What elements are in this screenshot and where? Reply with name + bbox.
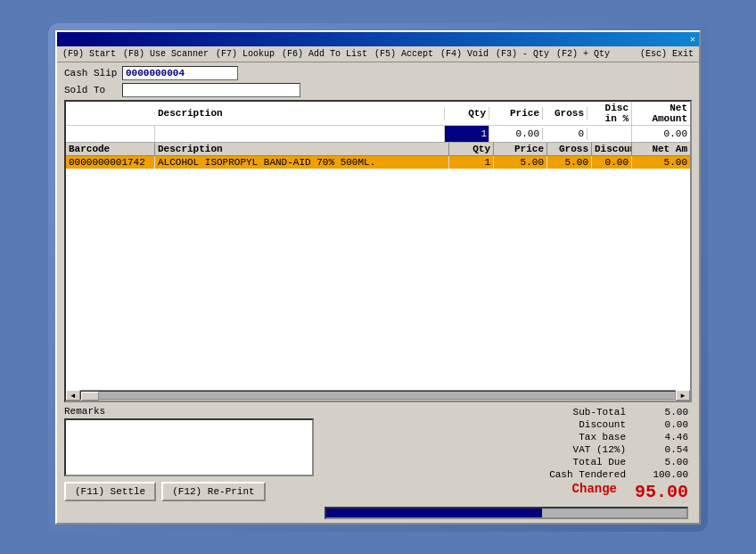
description-label: Description <box>155 107 444 120</box>
table-body: 0000000001742 ALCOHOL ISOPROPYL BAND-AID… <box>66 156 690 390</box>
action-buttons: (F11) Settle (F12) Re-Print <box>64 482 314 501</box>
close-button[interactable]: ✕ <box>690 34 695 45</box>
gross-input-display: 0 <box>543 128 587 140</box>
discount-label: Discount <box>325 419 626 430</box>
remarks-section: Remarks (F11) Settle (F12) Re-Print <box>64 406 314 519</box>
totals-section: Sub-Total 5.00 Discount 0.00 Tax base 4.… <box>321 406 692 519</box>
cash-slip-label: Cash Slip <box>64 68 122 79</box>
scroll-thumb[interactable] <box>81 392 99 401</box>
sold-to-label: Sold To <box>64 85 122 95</box>
menu-f6-addtolist[interactable]: (F6) Add To List <box>282 49 367 59</box>
menu-f4-void[interactable]: (F4) Void <box>440 49 489 59</box>
scroll-track[interactable] <box>80 391 676 400</box>
table-row[interactable]: 0000000001742 ALCOHOL ISOPROPYL BAND-AID… <box>66 156 690 169</box>
code-input[interactable] <box>66 126 154 142</box>
cell-description: ALCOHOL ISOPROPYL BAND-AID 70% 500ML. <box>155 156 449 169</box>
items-table: Description Qty Price Gross Disc in % <box>64 100 692 402</box>
menu-f5-accept[interactable]: (F5) Accept <box>374 49 433 59</box>
qty-label: Qty <box>445 107 489 120</box>
table-header: Barcode Description Qty Price Gross Disc… <box>66 143 690 156</box>
menu-f3-qty[interactable]: (F3) - Qty <box>496 49 549 59</box>
price-input-display: 0.00 <box>489 128 542 140</box>
vat-row: VAT (12%) 0.54 <box>321 443 692 456</box>
cash-slip-row: Cash Slip <box>64 66 692 80</box>
col-net-amount: Net Am <box>632 143 690 155</box>
cash-tendered-value: 100.00 <box>626 469 688 480</box>
cash-tendered-label: Cash Tendered <box>325 469 626 480</box>
content-area: Cash Slip Sold To Description <box>57 62 699 523</box>
change-value: 95.00 <box>617 482 688 502</box>
total-due-row: Total Due 5.00 <box>321 456 692 468</box>
cash-tendered-row: Cash Tendered 100.00 <box>321 468 692 481</box>
horizontal-scrollbar[interactable]: ◄ ► <box>66 390 690 401</box>
col-description: Description <box>155 143 449 155</box>
code-label <box>66 112 154 114</box>
sub-total-value: 5.00 <box>626 407 688 418</box>
menu-f7-lookup[interactable]: (F7) Lookup <box>216 49 275 59</box>
menu-esc-exit[interactable]: (Esc) Exit <box>640 49 694 59</box>
scroll-right-button[interactable]: ► <box>676 390 690 401</box>
col-discount: Discount <box>592 143 632 155</box>
progress-bar-area <box>321 507 692 519</box>
total-due-label: Total Due <box>325 457 626 467</box>
sub-total-label: Sub-Total <box>325 407 626 418</box>
sub-total-row: Sub-Total 5.00 <box>321 406 692 418</box>
change-label: Change <box>325 482 617 502</box>
col-qty: Qty <box>449 143 494 155</box>
tax-base-label: Tax base <box>325 432 626 442</box>
cell-gross: 5.00 <box>547 156 592 169</box>
discount-value: 0.00 <box>626 419 688 430</box>
cell-barcode: 0000000001742 <box>66 156 155 169</box>
tax-base-row: Tax base 4.46 <box>321 431 692 443</box>
net-input-display: 0.00 <box>632 128 690 140</box>
col-price: Price <box>494 143 547 155</box>
title-bar: ✕ <box>57 32 699 46</box>
col-barcode: Barcode <box>66 143 155 155</box>
menu-f8-scanner[interactable]: (F8) Use Scanner <box>123 49 209 59</box>
qty-input[interactable] <box>445 126 489 142</box>
vat-value: 0.54 <box>626 444 688 455</box>
cell-net-amount: 5.00 <box>632 156 690 169</box>
disc-label: Disc in % <box>588 102 631 125</box>
vat-label: VAT (12%) <box>325 444 626 455</box>
cell-price: 5.00 <box>494 156 547 169</box>
cell-discount: 0.00 <box>592 156 632 169</box>
remarks-textarea[interactable] <box>64 418 314 476</box>
total-due-value: 5.00 <box>626 457 688 467</box>
settle-button[interactable]: (F11) Settle <box>64 482 156 501</box>
scroll-left-button[interactable]: ◄ <box>66 390 80 401</box>
disc-input[interactable] <box>588 126 631 142</box>
net-label: Net Amount <box>632 102 690 125</box>
tax-base-value: 4.46 <box>626 432 688 442</box>
price-label: Price <box>489 107 542 120</box>
description-input[interactable] <box>155 126 444 142</box>
menu-f2-qty[interactable]: (F2) + Qty <box>556 49 610 59</box>
remarks-label: Remarks <box>64 406 314 417</box>
col-gross: Gross <box>547 143 592 155</box>
gross-label: Gross <box>543 107 587 120</box>
cash-slip-input[interactable] <box>122 66 238 80</box>
progress-fill <box>326 509 542 517</box>
menu-bar: (F9) Start (F8) Use Scanner (F7) Lookup … <box>57 46 699 62</box>
sold-to-input[interactable] <box>122 83 300 97</box>
sold-to-row: Sold To <box>64 83 692 97</box>
menu-f9-start[interactable]: (F9) Start <box>62 49 116 59</box>
change-row: Change 95.00 <box>321 481 692 503</box>
cell-qty: 1 <box>449 156 494 169</box>
bottom-section: Remarks (F11) Settle (F12) Re-Print Sub-… <box>64 406 692 519</box>
discount-row: Discount 0.00 <box>321 418 692 431</box>
reprint-button[interactable]: (F12) Re-Print <box>161 482 265 501</box>
progress-bar <box>325 507 688 519</box>
